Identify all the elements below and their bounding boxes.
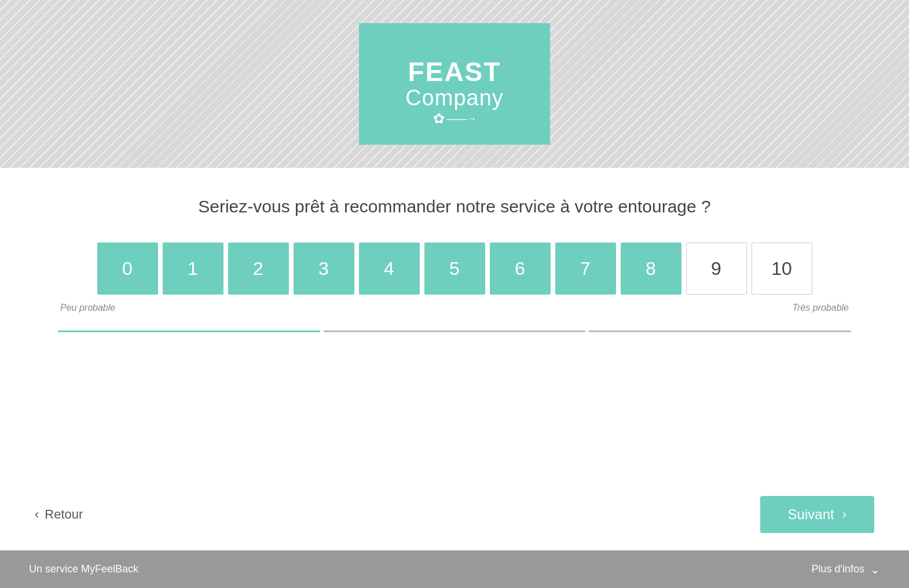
chevron-left-icon: ‹: [35, 507, 39, 522]
branch-icon: ——→: [447, 113, 477, 125]
footer-service-text: Un service MyFeelBack: [29, 563, 138, 575]
footer: Un service MyFeelBack Plus d'infos ⌄: [0, 550, 909, 588]
rating-row: 012345678910: [58, 242, 851, 295]
header-section: FEAST Company ✿ ——→: [0, 0, 909, 168]
rating-btn-4[interactable]: 4: [359, 242, 420, 295]
progress-bar: [58, 330, 851, 332]
progress-segment-2: [589, 330, 851, 332]
main-section: Seriez-vous prêt à recommander notre ser…: [0, 168, 909, 550]
survey-area: Seriez-vous prêt à recommander notre ser…: [0, 168, 909, 479]
footer-infos-label: Plus d'infos: [812, 563, 865, 575]
nav-section: ‹ Retour Suivant ›: [0, 479, 909, 550]
back-label: Retour: [45, 507, 83, 522]
label-peu-probable: Peu probable: [60, 303, 115, 313]
logo-feast: FEAST: [408, 57, 501, 87]
progress-segment-0: [58, 330, 320, 332]
next-label: Suivant: [788, 506, 834, 523]
rating-labels: Peu probable Très probable: [58, 303, 851, 313]
label-tres-probable: Très probable: [792, 303, 849, 313]
rating-btn-0[interactable]: 0: [97, 242, 158, 295]
rating-btn-8[interactable]: 8: [621, 242, 681, 295]
rating-btn-3[interactable]: 3: [294, 242, 354, 295]
logo-decoration: ✿ ——→: [361, 111, 548, 127]
logo-box: FEAST Company ✿ ——→: [359, 23, 550, 145]
rating-btn-10[interactable]: 10: [752, 242, 812, 295]
rating-btn-2[interactable]: 2: [228, 242, 289, 295]
chevron-right-icon: ›: [842, 507, 846, 522]
survey-question: Seriez-vous prêt à recommander notre ser…: [58, 197, 851, 216]
progress-segment-1: [324, 330, 586, 332]
flower-icon: ✿: [433, 111, 445, 127]
next-button[interactable]: Suivant ›: [760, 496, 874, 533]
rating-btn-9[interactable]: 9: [686, 242, 747, 295]
footer-infos-button[interactable]: Plus d'infos ⌄: [812, 563, 881, 576]
logo-company: Company: [405, 86, 504, 111]
rating-btn-7[interactable]: 7: [555, 242, 616, 295]
rating-btn-5[interactable]: 5: [424, 242, 485, 295]
footer-chevron-icon: ⌄: [870, 563, 880, 576]
rating-btn-6[interactable]: 6: [490, 242, 551, 295]
back-button[interactable]: ‹ Retour: [35, 507, 83, 522]
rating-btn-1[interactable]: 1: [163, 242, 223, 295]
